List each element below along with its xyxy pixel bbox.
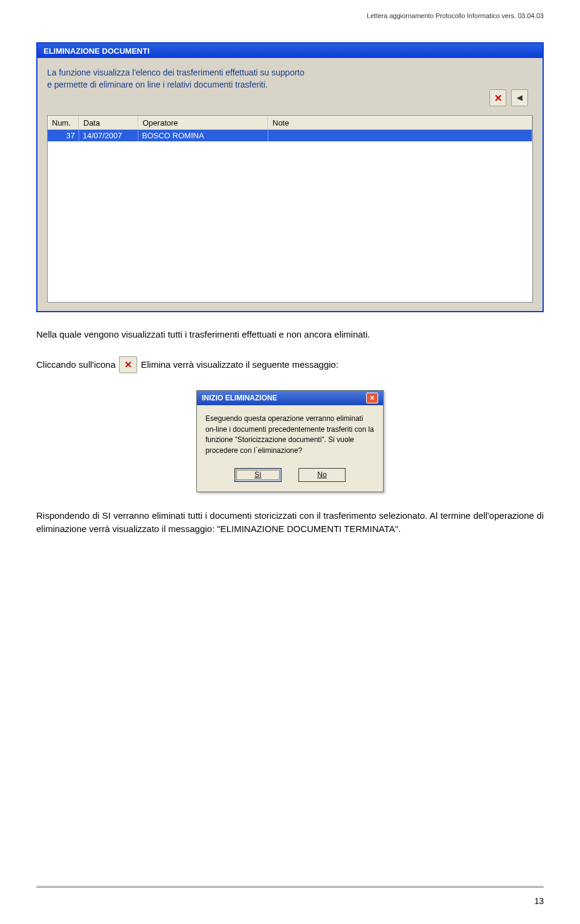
desc-line-2: e permette di eliminare on line i relati…: [47, 80, 268, 89]
cell-num: 37: [48, 130, 79, 141]
dialog-title: INIZIO ELIMINAZIONE: [202, 394, 277, 402]
table-header-row: Num. Data Operatore Note: [48, 116, 532, 130]
window-body: La funzione visualizza l'elenco dei tras…: [37, 58, 543, 311]
dialog-wrapper: INIZIO ELIMINAZIONE × Eseguendo questa o…: [36, 390, 544, 492]
dialog-buttons: Sì No: [205, 468, 375, 482]
back-arrow-icon: ◄: [515, 92, 524, 103]
paragraph-1: Nella quale vengono visualizzati tutti i…: [36, 328, 544, 341]
col-header-note[interactable]: Note: [268, 116, 532, 129]
col-header-data[interactable]: Data: [79, 116, 138, 129]
page-content: ELIMINAZIONE DOCUMENTI La funzione visua…: [36, 42, 544, 535]
no-label: No: [317, 470, 326, 480]
col-header-operatore[interactable]: Operatore: [138, 116, 268, 129]
window-titlebar: ELIMINAZIONE DOCUMENTI: [37, 43, 543, 58]
page-header-docref: Lettera aggiornamento Protocollo Informa…: [367, 12, 544, 19]
cell-data: 14/07/2007: [79, 130, 138, 141]
transfers-table: Num. Data Operatore Note 37 14/07/2007 B…: [47, 115, 533, 303]
inline-x-icon: ✕: [124, 358, 132, 371]
delete-button[interactable]: ✕: [489, 89, 506, 106]
paragraph-3: Rispondendo di SI verranno eliminati tut…: [36, 509, 544, 536]
dialog-no-button[interactable]: No: [298, 468, 346, 482]
inline-delete-icon: ✕: [119, 356, 137, 373]
dialog-body: Eseguendo questa operazione verranno eli…: [197, 405, 383, 492]
paragraph-2: Cliccando sull'icona ✕ Elimina verrà vis…: [36, 356, 544, 373]
confirm-dialog: INIZIO ELIMINAZIONE × Eseguendo questa o…: [196, 390, 384, 492]
cell-note: [268, 130, 532, 141]
footer-line: [36, 886, 544, 888]
window-title: ELIMINAZIONE DOCUMENTI: [44, 47, 150, 56]
dialog-titlebar: INIZIO ELIMINAZIONE ×: [197, 391, 383, 405]
cell-operatore: BOSCO ROMINA: [138, 130, 268, 141]
desc-line-1: La funzione visualizza l'elenco dei tras…: [47, 68, 304, 77]
delete-x-icon: ✕: [494, 92, 502, 104]
dialog-yes-button[interactable]: Sì: [234, 468, 282, 482]
window-description: La funzione visualizza l'elenco dei tras…: [47, 66, 533, 91]
col-header-num[interactable]: Num.: [48, 116, 79, 129]
window-toolbar: ✕ ◄: [489, 89, 528, 106]
dialog-message: Eseguendo questa operazione verranno eli…: [205, 414, 375, 456]
yes-label: Sì: [254, 470, 261, 480]
dialog-close-button[interactable]: ×: [366, 393, 378, 403]
close-icon: ×: [370, 394, 374, 402]
para2-pre: Cliccando sull'icona: [36, 358, 115, 371]
back-button[interactable]: ◄: [511, 89, 528, 106]
eliminazione-window: ELIMINAZIONE DOCUMENTI La funzione visua…: [36, 42, 544, 312]
table-row[interactable]: 37 14/07/2007 BOSCO ROMINA: [48, 130, 532, 141]
para2-post: Elimina verrà visualizzato il seguente m…: [141, 358, 338, 371]
page-number: 13: [534, 896, 544, 906]
